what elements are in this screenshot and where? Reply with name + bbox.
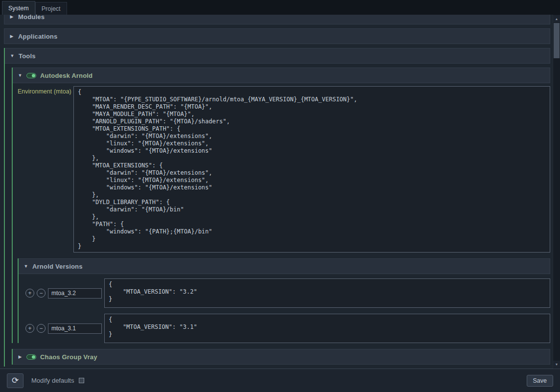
section-applications: ▶ Applications (4, 28, 550, 44)
arnold-versions-content: + − { "MTOA_VERSION": "3.2" } + − (19, 274, 550, 343)
group-label-chaos-vray: Chaos Group Vray (40, 353, 97, 361)
chevron-right-icon: ▶ (9, 15, 14, 19)
group-label-autodesk-arnold: Autodesk Arnold (40, 72, 93, 79)
vray-enabled-toggle[interactable] (26, 354, 36, 360)
chevron-right-icon: ▶ (9, 34, 14, 39)
refresh-icon: ⟳ (12, 376, 19, 385)
version-value-textarea[interactable]: { "MTOA_VERSION": "3.1" } (104, 314, 550, 343)
section-header-applications[interactable]: ▶ Applications (4, 28, 550, 44)
add-version-button[interactable]: + (25, 324, 34, 333)
add-version-button[interactable]: + (25, 289, 34, 298)
tab-project[interactable]: Project (35, 2, 67, 15)
scroll-up-button[interactable]: ▲ (553, 15, 560, 23)
save-button[interactable]: Save (527, 375, 554, 387)
section-label-modules: Modules (18, 15, 45, 21)
version-row: + − { "MTOA_VERSION": "3.2" } (25, 278, 550, 308)
remove-version-button[interactable]: − (37, 324, 46, 333)
version-row: + − { "MTOA_VERSION": "3.1" } (25, 314, 550, 343)
section-label-tools: Tools (19, 52, 36, 60)
remove-version-button[interactable]: − (37, 289, 46, 298)
group-chaos-vray: ▶ Chaos Group Vray (12, 349, 550, 365)
settings-window: System Project ▶ Modules ▶ Applications (0, 0, 560, 392)
section-arnold-versions: ▼ Arnold Versions + − { "MTOA_VERSION": … (18, 258, 550, 343)
group-autodesk-arnold: ▼ Autodesk Arnold Environment (mtoa) { "… (12, 68, 550, 343)
chevron-right-icon: ▶ (18, 355, 23, 359)
section-header-tools[interactable]: ▼ Tools (5, 48, 550, 64)
environment-mtoa-label: Environment (mtoa) (18, 86, 73, 95)
modify-defaults-label: Modify defaults (31, 377, 74, 384)
footer-bar: ⟳ Modify defaults Save (0, 369, 560, 392)
settings-scroll-area: ▶ Modules ▶ Applications ▼ Tools (0, 15, 560, 369)
chevron-down-icon: ▼ (18, 73, 23, 78)
section-header-modules[interactable]: ▶ Modules (4, 15, 550, 24)
refresh-button[interactable]: ⟳ (7, 373, 23, 388)
chevron-down-icon: ▼ (23, 264, 28, 269)
section-label-arnold-versions: Arnold Versions (32, 263, 83, 270)
arnold-enabled-toggle[interactable] (26, 73, 36, 78)
section-tools: ▼ Tools ▼ Autodesk Arnold (4, 48, 550, 367)
environment-row: Environment (mtoa) { "MTOA": "{PYPE_STUD… (18, 86, 550, 253)
version-name-input[interactable] (48, 288, 102, 299)
version-value-textarea[interactable]: { "MTOA_VERSION": "3.2" } (104, 278, 550, 308)
settings-content: ▶ Modules ▶ Applications ▼ Tools (0, 15, 552, 369)
tab-system[interactable]: System (2, 1, 35, 15)
chevron-down-icon: ▼ (10, 54, 15, 58)
environment-mtoa-textarea[interactable]: { "MTOA": "{PYPE_STUDIO_SOFTWARE}/arnold… (73, 86, 550, 253)
main-tabbar: System Project (0, 0, 560, 15)
section-label-applications: Applications (18, 33, 57, 40)
vertical-scrollbar[interactable]: ▲ ▼ (553, 15, 560, 369)
tools-content: ▼ Autodesk Arnold Environment (mtoa) { "… (5, 64, 550, 367)
scroll-down-button[interactable]: ▼ (553, 361, 560, 368)
arnold-content: Environment (mtoa) { "MTOA": "{PYPE_STUD… (13, 83, 550, 343)
version-name-input[interactable] (48, 323, 102, 334)
group-header-autodesk-arnold[interactable]: ▼ Autodesk Arnold (13, 68, 550, 83)
section-header-arnold-versions[interactable]: ▼ Arnold Versions (19, 258, 550, 274)
scrollbar-thumb[interactable] (554, 23, 560, 58)
group-header-chaos-vray[interactable]: ▶ Chaos Group Vray (13, 349, 550, 365)
section-modules: ▶ Modules (4, 15, 550, 24)
modify-defaults-checkbox[interactable] (79, 378, 84, 383)
